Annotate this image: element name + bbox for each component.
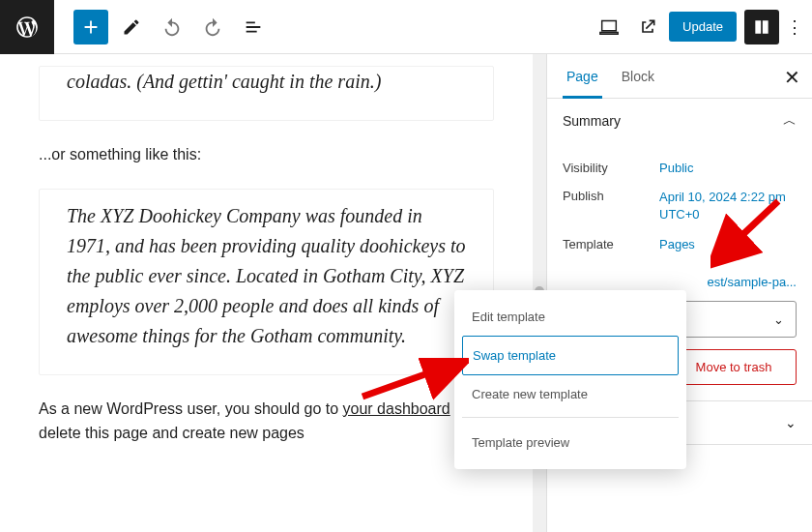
external-preview-button[interactable]	[630, 10, 665, 44]
chevron-down-icon: ⌄	[785, 415, 797, 430]
settings-toggle-button[interactable]	[744, 10, 779, 44]
toolbar-left-group	[54, 10, 271, 44]
close-sidebar-button[interactable]: ✕	[784, 66, 800, 89]
template-value[interactable]: Pages	[659, 237, 695, 251]
template-label: Template	[563, 237, 659, 251]
create-new-template-item[interactable]: Create new template	[462, 375, 679, 413]
tab-page[interactable]: Page	[563, 54, 602, 99]
device-preview-button[interactable]	[592, 10, 626, 44]
tab-block[interactable]: Block	[618, 54, 658, 99]
summary-panel-header[interactable]: Summary ︿	[547, 99, 812, 143]
update-button[interactable]: Update	[669, 12, 737, 42]
visibility-label: Visibility	[563, 161, 659, 175]
annotation-arrow-icon	[353, 358, 469, 406]
chevron-up-icon: ︿	[783, 112, 797, 130]
menu-divider	[462, 417, 679, 418]
toolbar-right-group: Update ⋮	[592, 10, 812, 44]
svg-line-0	[725, 201, 778, 251]
sidebar-tabs: Page Block ✕	[547, 54, 812, 99]
quote-block[interactable]: The XYZ Doohickey Company was founded in…	[39, 189, 494, 375]
undo-button[interactable]	[155, 10, 189, 44]
redo-button[interactable]	[195, 10, 230, 44]
chevron-down-icon: ⌄	[773, 312, 784, 327]
permalink-fragment[interactable]: est/sample-pa...	[547, 275, 812, 289]
top-toolbar: Update ⋮	[0, 0, 812, 54]
edit-template-item[interactable]: Edit template	[462, 298, 679, 336]
swap-template-item[interactable]: Swap template	[462, 336, 679, 375]
tools-button[interactable]	[114, 10, 149, 44]
paragraph-block[interactable]: ...or something like this:	[39, 142, 494, 167]
quote-block[interactable]: coladas. (And gettin' caught in the rain…	[39, 66, 494, 121]
document-overview-button[interactable]	[236, 10, 271, 44]
annotation-arrow-icon	[710, 193, 788, 271]
more-options-button[interactable]: ⋮	[783, 16, 806, 38]
add-block-button[interactable]	[73, 10, 108, 44]
move-to-trash-button[interactable]: Move to trash	[671, 349, 797, 385]
svg-line-1	[362, 366, 450, 397]
template-popup-menu: Edit template Swap template Create new t…	[454, 290, 686, 469]
template-preview-item[interactable]: Template preview	[462, 424, 679, 461]
editor-canvas[interactable]: coladas. (And gettin' caught in the rain…	[0, 54, 533, 532]
publish-label: Publish	[563, 189, 659, 223]
quote-text: coladas. (And gettin' caught in the rain…	[67, 67, 466, 97]
wordpress-logo[interactable]	[0, 0, 54, 54]
visibility-value[interactable]: Public	[659, 161, 693, 175]
quote-text: The XYZ Doohickey Company was founded in…	[67, 201, 466, 351]
